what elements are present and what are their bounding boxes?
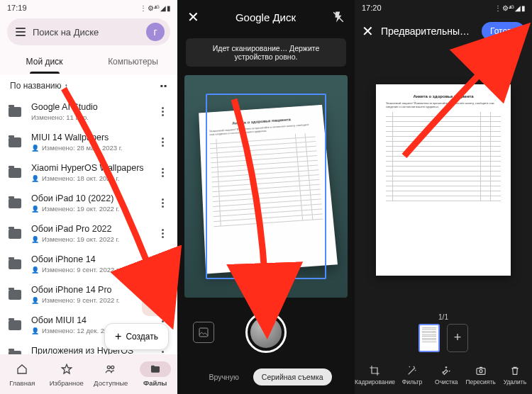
status-time: 17:19	[7, 4, 27, 12]
shutter-icon	[250, 317, 282, 348]
file-meta: 👤Изменено: 28 мар. 2023 г.	[31, 144, 146, 152]
folder-icon	[9, 137, 21, 147]
plus-icon: +	[115, 330, 121, 343]
flash-off-icon[interactable]	[332, 11, 345, 23]
crop-icon	[369, 365, 380, 376]
folder-icon	[9, 198, 21, 208]
search-bar[interactable]: Поиск на Диске г	[7, 18, 170, 45]
file-meta: Изменено: 11 апр.	[31, 113, 146, 121]
edit-filter[interactable]: Фильтр	[395, 356, 429, 394]
more-icon[interactable]	[156, 259, 169, 269]
scanner-title: Google Диск	[235, 11, 296, 23]
done-button[interactable]: Готово	[482, 22, 525, 40]
avatar[interactable]: г	[146, 23, 165, 41]
folder-icon	[9, 320, 21, 330]
shared-icon: 👤	[31, 266, 39, 274]
nav-home[interactable]: Главная	[0, 354, 45, 394]
close-icon[interactable]: ✕	[187, 9, 199, 26]
nav-files[interactable]: Файлы	[133, 354, 178, 394]
close-icon[interactable]: ✕	[362, 23, 374, 40]
folder-icon	[150, 364, 161, 375]
nav-shared[interactable]: Доступные	[89, 354, 133, 394]
document-preview: Анкета о здоровье пациента Уважаемый пац…	[199, 105, 338, 274]
shared-icon: 👤	[31, 236, 39, 243]
trash-icon	[509, 365, 521, 376]
edit-clean[interactable]: Очистка	[429, 356, 463, 394]
camera-icon	[149, 298, 162, 308]
camera-icon	[475, 365, 487, 376]
tab-my-drive[interactable]: Мой диск	[0, 50, 89, 74]
create-label: Создать	[126, 332, 158, 342]
file-row[interactable]: Xiaomi HyperOS Wallpapers👤Изменено: 18 о…	[0, 157, 177, 188]
shared-icon: 👤	[31, 175, 39, 182]
sort-row: По названию↑ ▪▪	[0, 75, 177, 96]
svg-point-3	[480, 369, 482, 372]
preview-top-bar: ✕ Предварительный п… Готово	[355, 16, 532, 47]
thumbnail-row: 1/1 +	[355, 309, 532, 356]
page-thumbnail[interactable]	[419, 324, 440, 352]
page-indicator: 1/1	[438, 313, 448, 321]
shared-icon: 👤	[31, 206, 39, 213]
mode-manual[interactable]: Вручную	[200, 368, 247, 385]
edit-rescan[interactable]: Пересиять	[463, 356, 497, 394]
shared-icon	[105, 364, 116, 375]
more-icon[interactable]	[156, 168, 169, 177]
file-name: Обои iPad 10 (2022)	[31, 193, 146, 203]
scanning-toast: Идет сканирование… Держите устройство ро…	[186, 38, 346, 67]
edit-delete[interactable]: Удалить	[498, 356, 532, 394]
file-name: Обои iPhone 14	[31, 254, 146, 264]
shared-icon: 👤	[31, 145, 39, 152]
scanner-top-bar: ✕ Google Диск	[177, 0, 355, 34]
more-icon[interactable]	[156, 137, 169, 147]
edit-toolbar: Кадрирование Фильтр Очистка Пересиять Уд…	[355, 356, 532, 394]
bottom-nav: Главная Избранное Доступные Файлы	[0, 354, 177, 394]
svg-rect-1	[199, 328, 208, 337]
sparkle-icon	[440, 365, 452, 376]
fab-create[interactable]: + Создать	[104, 323, 169, 350]
folder-icon	[9, 290, 21, 300]
wand-icon	[406, 365, 418, 376]
tab-computers[interactable]: Компьютеры	[89, 50, 177, 74]
phone-scanner: ✕ Google Диск Идет сканирование… Держите…	[177, 0, 355, 394]
preview-title: Предварительный п…	[381, 26, 475, 37]
folder-icon	[9, 168, 21, 178]
file-row[interactable]: Обои iPad 10 (2022)👤Изменено: 19 окт. 20…	[0, 188, 177, 218]
mode-row: Вручную Серийная съемка	[177, 364, 355, 394]
file-row[interactable]: Обои iPad Pro 2022👤Изменено: 19 окт. 202…	[0, 218, 177, 249]
shared-icon: 👤	[31, 327, 39, 334]
edit-crop[interactable]: Кадрирование	[355, 356, 395, 394]
status-bar: 17:19 ⋮ ⚙ ⁴ᴳ ◢ ▮	[0, 0, 177, 16]
more-icon[interactable]	[156, 198, 169, 208]
viewfinder: Анкета о здоровье пациента Уважаемый пац…	[184, 75, 348, 298]
status-icons: ⋮ ⚙ ⁴ᴳ ◢ ▮	[140, 4, 170, 12]
file-row[interactable]: Google AI StudioИзменено: 11 апр.	[0, 96, 177, 127]
more-icon[interactable]	[156, 107, 169, 116]
shared-icon: 👤	[31, 297, 39, 304]
add-page-button[interactable]: +	[447, 324, 468, 352]
shutter-button[interactable]	[245, 312, 287, 353]
file-name: Обои iPhone 14 Pro	[31, 285, 146, 295]
fab-camera[interactable]	[142, 289, 169, 316]
nav-starred[interactable]: Избранное	[45, 354, 89, 394]
search-placeholder: Поиск на Диске	[33, 27, 139, 38]
file-meta: 👤Изменено: 9 сент. 2022 г.	[31, 266, 146, 274]
document-cropped: Анкета о здоровье пациента Уважаемый пац…	[376, 84, 511, 276]
view-grid-icon[interactable]: ▪▪	[160, 81, 167, 91]
home-icon	[16, 364, 28, 375]
file-meta: 👤Изменено: 19 окт. 2022 г.	[31, 235, 146, 243]
file-name: Обои iPad Pro 2022	[31, 224, 146, 234]
folder-icon	[9, 229, 21, 239]
mode-burst[interactable]: Серийная съемка	[253, 368, 332, 385]
status-bar: 17:20 ⋮ ⚙ ⁴ᴳ ◢ ▮	[355, 0, 532, 16]
more-icon[interactable]	[156, 229, 169, 238]
sort-button[interactable]: По названию↑	[10, 81, 68, 91]
file-name: MIUI 14 Wallpapers	[31, 133, 146, 142]
hamburger-icon[interactable]	[16, 28, 26, 36]
file-row[interactable]: MIUI 14 Wallpapers👤Изменено: 28 мар. 202…	[0, 127, 177, 157]
file-row[interactable]: Обои iPhone 14👤Изменено: 9 сент. 2022 г.	[0, 249, 177, 279]
file-name: Google AI Studio	[31, 102, 146, 112]
gallery-button[interactable]	[193, 322, 214, 343]
file-meta: 👤Изменено: 18 окт. 2023 г.	[31, 174, 146, 182]
file-meta: 👤Изменено: 9 сент. 2022 г.	[31, 296, 146, 304]
capture-row	[177, 300, 355, 364]
